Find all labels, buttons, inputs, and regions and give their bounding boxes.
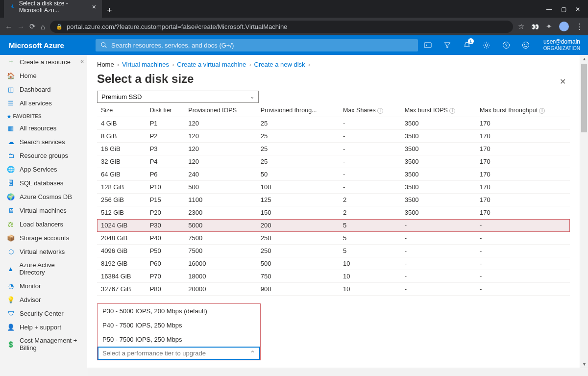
sidebar-item[interactable]: 🗄SQL databases	[0, 176, 87, 190]
col-size[interactable]: Size	[97, 104, 146, 117]
sidebar-item-label: SQL databases	[20, 179, 63, 187]
chevron-up-icon: ⌃	[250, 350, 255, 357]
tab-close-icon[interactable]: ×	[92, 3, 96, 11]
profile-avatar-icon[interactable]	[559, 22, 569, 31]
window-minimize-icon[interactable]: —	[546, 6, 552, 13]
window-maximize-icon[interactable]: ▢	[561, 6, 566, 13]
disk-size-row[interactable]: 512 GiBP20230015023500170	[97, 206, 570, 219]
azure-brand[interactable]: Microsoft Azure	[0, 41, 96, 50]
nav-reload-icon[interactable]: ⟳	[29, 22, 36, 31]
disk-size-row[interactable]: 1024 GiBP3050002005--	[97, 219, 570, 232]
sidebar-item[interactable]: 💲Cost Management + Billing	[0, 334, 87, 354]
eye-icon[interactable]: 👀	[531, 23, 539, 30]
sidebar-item[interactable]: 🌐App Services	[0, 162, 87, 176]
sidebar-item[interactable]: ◔Monitor	[0, 279, 87, 293]
cell-tier: P4	[146, 155, 185, 168]
directory-filter-icon[interactable]	[438, 35, 457, 55]
info-icon[interactable]: i	[539, 108, 545, 114]
scroll-down-icon[interactable]: ▾	[580, 361, 588, 367]
blade-close-icon[interactable]: ✕	[556, 75, 570, 88]
sidebar-dashboard[interactable]: ◫ Dashboard	[0, 82, 87, 96]
cell-btp: -	[476, 232, 570, 245]
sidebar-item[interactable]: 💡Advisor	[0, 293, 87, 306]
breadcrumb-create-disk[interactable]: Create a new disk	[254, 61, 305, 68]
sidebar-item[interactable]: ☁Search services	[0, 135, 87, 149]
breadcrumb-vms[interactable]: Virtual machines	[122, 61, 169, 68]
sidebar-item[interactable]: ▲Azure Active Directory	[0, 258, 87, 279]
info-icon[interactable]: i	[449, 108, 455, 114]
service-icon: ⬡	[7, 248, 15, 255]
cell-btp: -	[476, 257, 570, 270]
disk-size-row[interactable]: 32767 GiBP802000090010--	[97, 283, 570, 296]
feedback-icon[interactable]	[516, 35, 536, 55]
col-throughput[interactable]: Provisioned throug...	[257, 104, 339, 117]
sidebar-home[interactable]: 🏠 Home	[0, 69, 87, 82]
performance-tier-option[interactable]: P50 - 7500 IOPS, 250 Mbps	[98, 332, 260, 347]
col-burst-iops[interactable]: Max burst IOPSi	[401, 104, 476, 117]
settings-gear-icon[interactable]	[477, 35, 496, 55]
disk-size-row[interactable]: 64 GiBP624050-3500170	[97, 168, 570, 181]
disk-type-dropdown[interactable]: Premium SSD ⌄	[97, 91, 259, 103]
performance-tier-option[interactable]: P40 - 7500 IOPS, 250 Mbps	[98, 318, 260, 332]
sidebar-item[interactable]: 🖥Virtual machines	[0, 203, 87, 217]
disk-size-row[interactable]: 256 GiBP15110012523500170	[97, 194, 570, 206]
breadcrumb-create-vm[interactable]: Create a virtual machine	[177, 61, 246, 68]
sidebar-item[interactable]: 🌍Azure Cosmos DB	[0, 190, 87, 203]
cloud-shell-icon[interactable]	[418, 35, 438, 55]
performance-tier-dropdown-expanded: P30 - 5000 IOPS, 200 Mbps (default)P40 -…	[97, 303, 261, 360]
disk-size-row[interactable]: 8192 GiBP601600050010--	[97, 257, 570, 270]
sidebar-item[interactable]: ▦All resources	[0, 121, 87, 135]
notifications-icon[interactable]: 1	[457, 35, 477, 55]
nav-forward-icon[interactable]: →	[17, 23, 24, 31]
disk-size-row[interactable]: 128 GiBP10500100-3500170	[97, 181, 570, 194]
disk-size-row[interactable]: 4 GiBP112025-3500170	[97, 117, 570, 130]
sidebar-create-resource[interactable]: ＋ Create a resource	[0, 55, 87, 69]
azure-user-menu[interactable]: user@domain ORGANIZATION	[536, 38, 588, 52]
sidebar-item[interactable]: ⚖Load balancers	[0, 217, 87, 231]
col-iops[interactable]: Provisioned IOPS	[184, 104, 257, 117]
disk-size-row[interactable]: 4096 GiBP5075002505--	[97, 245, 570, 257]
sidebar-item[interactable]: 👤Help + support	[0, 320, 87, 334]
sidebar-item[interactable]: ⬡Virtual networks	[0, 245, 87, 258]
bookmark-star-icon[interactable]: ☆	[518, 22, 524, 31]
azure-search-box[interactable]	[96, 39, 418, 51]
scrollbar-thumb[interactable]	[581, 64, 587, 132]
disk-size-row[interactable]: 2048 GiBP4075002505--	[97, 232, 570, 245]
scroll-up-icon[interactable]: ▴	[580, 56, 588, 61]
col-shares[interactable]: Max Sharesi	[339, 104, 401, 117]
breadcrumb-home[interactable]: Home	[97, 61, 114, 68]
sidebar-item[interactable]: 🛡Security Center	[0, 306, 87, 320]
disk-size-row[interactable]: 16 GiBP312025-3500170	[97, 143, 570, 155]
new-tab-button[interactable]: +	[102, 3, 117, 18]
help-icon[interactable]: ?	[496, 35, 516, 55]
disk-size-row[interactable]: 32 GiBP412025-3500170	[97, 155, 570, 168]
sidebar-all-services[interactable]: ☰ All services	[0, 96, 87, 110]
nav-back-icon[interactable]: ←	[5, 23, 12, 31]
azure-search-input[interactable]	[111, 42, 413, 49]
browser-tab[interactable]: Select a disk size - Microsoft Azu... ×	[4, 0, 102, 18]
disk-size-row[interactable]: 8 GiBP212025-3500170	[97, 130, 570, 143]
col-burst-throughput[interactable]: Max burst throughputi	[476, 104, 570, 117]
disk-size-row[interactable]: 16384 GiBP701800075010--	[97, 270, 570, 283]
disk-type-value: Premium SSD	[101, 93, 142, 100]
browser-menu-icon[interactable]: ⋮	[576, 22, 583, 31]
sidebar-collapse-icon[interactable]: «	[80, 58, 84, 65]
horizontal-scrollbar[interactable]	[87, 368, 588, 376]
sidebar-item-label: Resource groups	[20, 152, 68, 159]
col-tier[interactable]: Disk tier	[146, 104, 185, 117]
sidebar-item[interactable]: 🗀Resource groups	[0, 149, 87, 162]
cell-iops: 7500	[184, 245, 257, 257]
performance-tier-option[interactable]: P30 - 5000 IOPS, 200 Mbps (default)	[98, 304, 260, 318]
window-close-icon[interactable]: ✕	[575, 6, 580, 13]
home-icon: 🏠	[7, 72, 15, 79]
service-icon: 👤	[7, 323, 15, 331]
info-icon[interactable]: i	[377, 108, 383, 114]
sidebar-item-label: Search services	[20, 138, 65, 146]
extensions-icon[interactable]: ✦	[546, 22, 552, 31]
sidebar-item[interactable]: 📦Storage accounts	[0, 231, 87, 245]
url-field[interactable]: 🔒 portal.azure.com/?feature.customportal…	[50, 21, 513, 33]
performance-tier-select[interactable]: Select a performance tier to upgrade ⌃	[98, 347, 260, 360]
cell-tier: P30	[146, 219, 185, 232]
nav-home-icon[interactable]: ⌂	[41, 23, 45, 31]
vertical-scrollbar[interactable]: ▴ ▾	[580, 55, 588, 376]
